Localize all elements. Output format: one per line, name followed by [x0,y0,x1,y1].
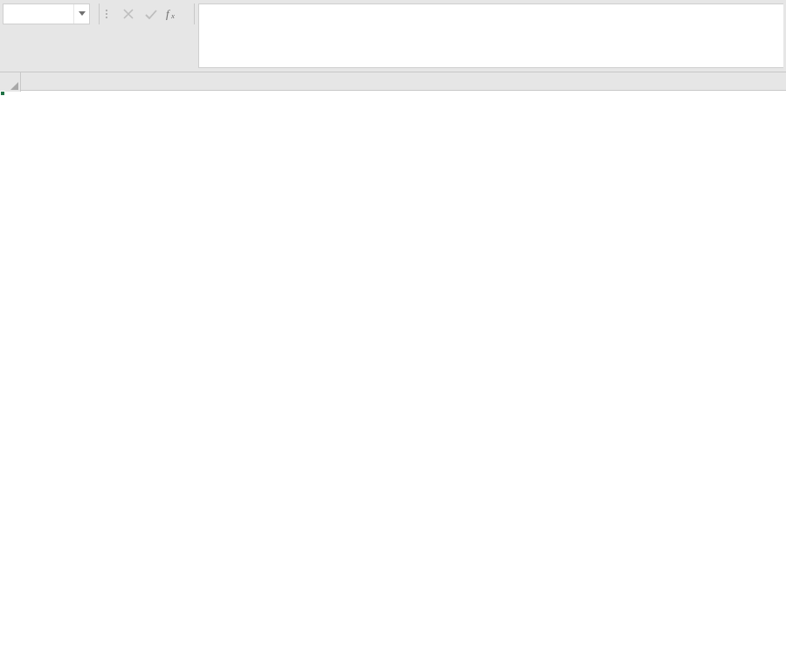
separator [194,3,195,24]
svg-text:x: x [170,11,175,20]
fx-icon[interactable]: f x [166,8,183,20]
spreadsheet-grid [0,72,786,91]
formula-bar-area: f x [0,0,786,72]
column-headers [0,72,786,91]
formula-input-wrap [198,3,783,68]
vertical-ellipsis-icon [103,3,110,24]
fill-handle[interactable] [0,91,5,96]
cancel-icon [121,6,136,22]
separator [99,3,100,24]
formula-input[interactable] [198,3,783,68]
name-box-dropdown[interactable] [73,4,89,24]
name-box[interactable] [3,3,90,24]
enter-icon [143,6,159,22]
select-all-triangle[interactable] [0,72,21,92]
formula-bar-buttons: f x [114,3,190,24]
